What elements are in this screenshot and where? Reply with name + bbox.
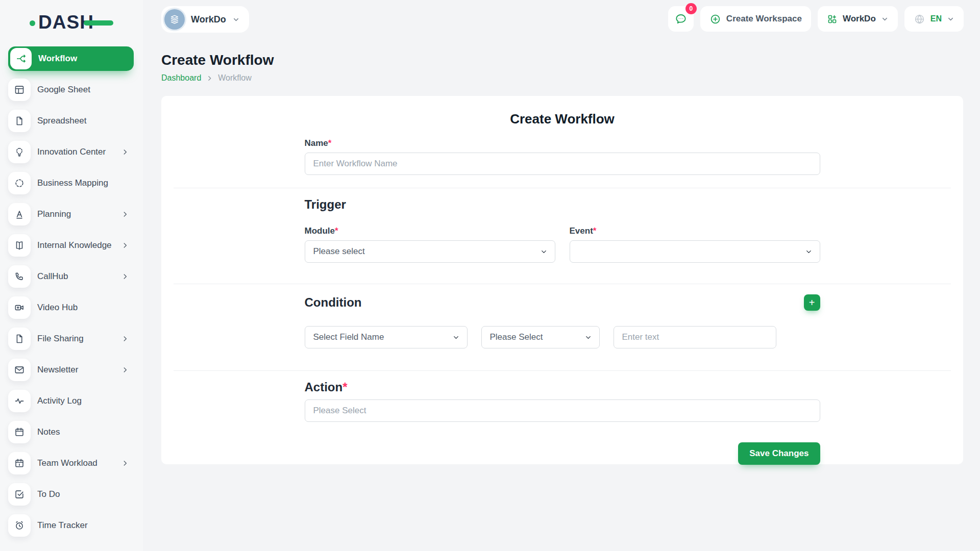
sidebar-item-innovation-center[interactable]: Innovation Center: [8, 140, 134, 164]
chevron-down-icon: [805, 248, 813, 256]
calendar-task-icon: [8, 452, 31, 474]
chevron-right-icon: [206, 75, 213, 82]
envelope-icon: [8, 359, 31, 381]
lightbulb-icon: [8, 141, 31, 163]
plus-circle-icon: [709, 13, 721, 25]
chevron-right-icon: [121, 242, 134, 249]
module-label: Module*: [305, 226, 555, 236]
workspace-name: WorkDo: [191, 14, 226, 25]
sidebar-item-team-workload[interactable]: Team Workload: [8, 451, 134, 475]
name-label: Name*: [305, 138, 820, 148]
section-divider: [174, 284, 951, 284]
create-workflow-card: Create Workflow Name* Trigger Module* Pl…: [161, 96, 963, 464]
sidebar-item-google-sheet[interactable]: Google Sheet: [8, 78, 134, 102]
add-condition-button[interactable]: +: [804, 294, 820, 311]
workflow-name-input[interactable]: [305, 153, 820, 175]
workspace-avatar: [164, 9, 185, 30]
sidebar-item-label: Activity Log: [37, 396, 82, 406]
sidebar-item-workflow[interactable]: Workflow: [8, 46, 134, 71]
action-select-input[interactable]: [305, 399, 820, 422]
file-icon: [8, 328, 31, 350]
chevron-down-icon: [881, 15, 889, 23]
chevron-right-icon: [121, 273, 134, 280]
chevron-right-icon: [121, 148, 134, 156]
sidebar: DASH Workflow Google Sheet: [0, 0, 143, 551]
module-select[interactable]: Please select: [305, 240, 555, 263]
name-section: Name*: [305, 138, 820, 175]
messages-button[interactable]: 0: [668, 6, 694, 32]
condition-operator-value: Please Select: [490, 332, 543, 342]
sidebar-item-newsletter[interactable]: Newsletter: [8, 358, 134, 382]
page-title: Create Workflow: [161, 52, 964, 68]
sidebar-item-label: Internal Knowledge: [37, 240, 112, 251]
chevron-down-icon: [584, 334, 592, 341]
file-icon: [8, 110, 31, 132]
chevron-right-icon: [121, 335, 134, 342]
sidebar-item-business-mapping[interactable]: Business Mapping: [8, 171, 134, 195]
main-area: WorkDo 0 Create Workspace: [143, 0, 980, 464]
trigger-section: Trigger Module* Please select Event*: [305, 197, 820, 263]
sidebar-item-label: Innovation Center: [37, 147, 106, 157]
create-workspace-button[interactable]: Create Workspace: [700, 6, 811, 32]
sidebar-item-label: Google Sheet: [37, 85, 90, 95]
logo-bar-icon: [84, 20, 113, 26]
sidebar-item-label: Time Tracker: [37, 520, 88, 531]
sidebar-item-file-sharing[interactable]: File Sharing: [8, 327, 134, 351]
logo-dot-icon: [30, 20, 35, 26]
breadcrumb: Dashboard Workflow: [161, 73, 964, 83]
required-asterisk: *: [342, 380, 347, 394]
language-selector[interactable]: EN: [904, 6, 964, 32]
create-workspace-label: Create Workspace: [726, 14, 802, 24]
sidebar-item-label: To Do: [37, 489, 60, 499]
font-a-icon: [8, 203, 31, 226]
dashed-circle-icon: [8, 172, 31, 194]
sidebar-item-planning[interactable]: Planning: [8, 202, 134, 227]
breadcrumb-current: Workflow: [218, 73, 252, 83]
event-select[interactable]: [570, 240, 820, 263]
condition-operator-select[interactable]: Please Select: [481, 326, 600, 348]
sidebar-item-label: Workflow: [38, 54, 77, 64]
alarm-clock-icon: [8, 514, 31, 537]
sidebar-item-notes[interactable]: Notes: [8, 420, 134, 444]
required-asterisk: *: [328, 138, 332, 148]
sidebar-item-video-hub[interactable]: Video Hub: [8, 295, 134, 320]
sidebar-item-time-tracker[interactable]: Time Tracker: [8, 513, 134, 538]
sidebar-item-label: Team Workload: [37, 458, 97, 468]
brand-logo: DASH: [5, 12, 138, 33]
condition-field-select[interactable]: Select Field Name: [305, 326, 468, 348]
sidebar-item-activity-log[interactable]: Activity Log: [8, 389, 134, 413]
save-changes-button[interactable]: Save Changes: [738, 442, 820, 465]
chevron-down-icon: [452, 334, 460, 341]
trigger-heading: Trigger: [305, 197, 820, 212]
sidebar-item-callhub[interactable]: CallHub: [8, 264, 134, 289]
module-select-value: Please select: [313, 246, 365, 257]
chevron-right-icon: [121, 460, 134, 467]
condition-value-input[interactable]: [614, 326, 776, 348]
google-sheet-icon: [8, 79, 31, 101]
topbar-actions: 0 Create Workspace WorkDo: [668, 6, 964, 32]
app-menu-button[interactable]: WorkDo: [818, 6, 898, 32]
calendar-icon: [8, 421, 31, 443]
pulse-icon: [8, 390, 31, 412]
required-asterisk: *: [593, 226, 597, 236]
notification-badge: 0: [685, 3, 697, 14]
workspace-switcher[interactable]: WorkDo: [161, 6, 249, 33]
required-asterisk: *: [335, 226, 338, 236]
sidebar-item-to-do[interactable]: To Do: [8, 482, 134, 507]
sidebar-item-label: CallHub: [37, 271, 68, 282]
phone-icon: [8, 265, 31, 288]
action-section: Action* Save Changes: [305, 380, 820, 465]
language-label: EN: [930, 14, 942, 23]
chevron-right-icon: [121, 366, 134, 373]
sidebar-item-label: Notes: [37, 427, 60, 437]
sidebar-item-spreadsheet[interactable]: Spreadsheet: [8, 109, 134, 133]
sidebar-item-internal-knowledge[interactable]: Internal Knowledge: [8, 233, 134, 258]
app-menu-label: WorkDo: [843, 14, 876, 24]
chat-bubble-icon: [674, 12, 688, 26]
sidebar-item-label: File Sharing: [37, 334, 84, 344]
chevron-down-icon: [947, 15, 954, 23]
breadcrumb-dashboard[interactable]: Dashboard: [161, 73, 201, 83]
workflow-icon: [10, 48, 32, 69]
action-heading: Action*: [305, 380, 820, 394]
chevron-down-icon: [232, 16, 240, 23]
